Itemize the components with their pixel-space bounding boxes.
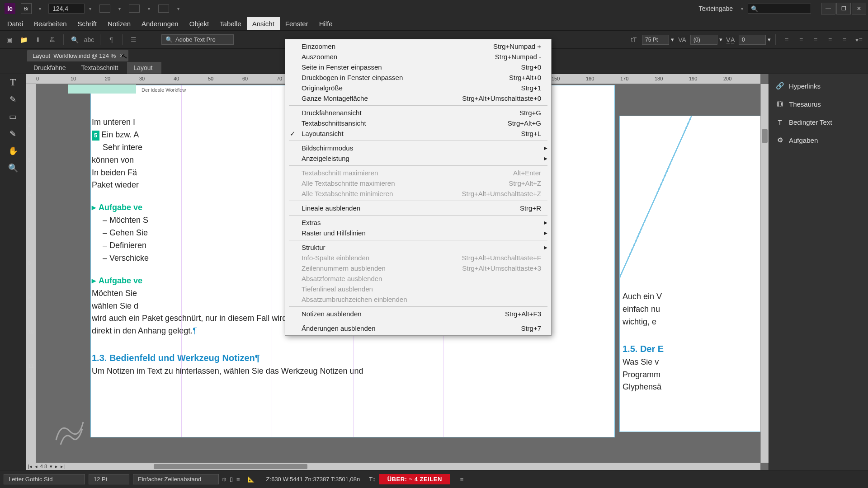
- chevron-down-icon[interactable]: ▾: [768, 36, 771, 43]
- menu-icon[interactable]: ≡: [460, 476, 464, 483]
- view-preset-icon-1[interactable]: [99, 5, 110, 13]
- menu-datei[interactable]: Datei: [2, 17, 28, 30]
- hand-tool-icon[interactable]: ✋: [7, 145, 19, 157]
- justify-all-icon[interactable]: ≡: [838, 33, 851, 46]
- menu-item-lineale-ausblenden[interactable]: Lineale ausblendenStrg+R: [285, 203, 551, 213]
- menu-item-druckbogen-in-fenster-einpassen[interactable]: Druckbogen in Fenster einpassenStrg+Alt+…: [285, 72, 551, 83]
- panel-thesaurus[interactable]: ⟪⟫Thesaurus: [769, 95, 868, 113]
- workspace-label[interactable]: Texteingabe: [698, 5, 733, 12]
- panel-hyperlinks[interactable]: 🔗Hyperlinks: [769, 77, 868, 95]
- view-preset-icon-3[interactable]: [158, 5, 169, 13]
- view-tab-druckfahne[interactable]: Druckfahne: [27, 62, 75, 74]
- chevron-down-icon[interactable]: ▾: [719, 36, 722, 43]
- hamburger-icon[interactable]: ☰: [127, 33, 140, 46]
- chevron-down-icon[interactable]: ▾: [118, 6, 121, 11]
- save-icon[interactable]: ⬇: [32, 33, 44, 46]
- scrollbar-thumb[interactable]: [154, 464, 307, 469]
- menu-item-bildschirmmodus[interactable]: Bildschirmmodus▶: [285, 143, 551, 153]
- zoom-tool-icon[interactable]: 🔍: [7, 162, 19, 174]
- status-font-field[interactable]: Letter Gothic Std: [4, 474, 85, 484]
- scrollbar-thumb[interactable]: [762, 129, 768, 143]
- maximize-button[interactable]: ❐: [836, 3, 851, 14]
- panel-aufgaben[interactable]: ⚙Aufgaben: [769, 131, 868, 149]
- menu-schrift[interactable]: Schrift: [72, 17, 103, 30]
- font-family-field[interactable]: 🔍Adobe Text Pro: [161, 34, 234, 45]
- chevron-down-icon[interactable]: ▾: [177, 6, 179, 11]
- search-input[interactable]: 🔍: [748, 4, 811, 14]
- horizontal-scrollbar[interactable]: [36, 463, 760, 470]
- bridge-icon[interactable]: Br: [21, 3, 32, 14]
- menu-item-ganze-montagefl-che[interactable]: Ganze MontageflächeStrg+Alt+Umschalttast…: [285, 93, 551, 103]
- find-icon[interactable]: 🔍: [68, 33, 81, 46]
- kerning-field[interactable]: (0): [690, 35, 717, 45]
- menu-item--nderungen-ausblenden[interactable]: Änderungen ausblendenStrg+7: [285, 323, 551, 333]
- menu-item-extras[interactable]: Extras▶: [285, 217, 551, 228]
- menu-item-textabschnittsansicht[interactable]: TextabschnittsansichtStrg+Alt+G: [285, 118, 551, 128]
- document-tab[interactable]: Layout_Workflow.indd @ 124 % ×: [27, 50, 128, 61]
- position-tool-icon[interactable]: ▭: [7, 110, 19, 123]
- view-tab-textabschnitt[interactable]: Textabschnitt: [75, 62, 127, 74]
- menu-notizen[interactable]: Notizen: [102, 17, 136, 30]
- chevron-down-icon[interactable]: ▾: [148, 6, 150, 11]
- view-tab-layout[interactable]: Layout: [127, 62, 161, 74]
- status-leading-field[interactable]: Einfacher Zeilenabstand: [133, 474, 219, 484]
- last-page-icon[interactable]: ▸|: [61, 464, 65, 469]
- overset-warning[interactable]: ÜBER: ~ 4 ZEILEN: [379, 474, 450, 484]
- font-size-field[interactable]: 75 Pt: [642, 35, 669, 45]
- note-tool-icon[interactable]: ✎: [7, 93, 19, 106]
- view-preset-icon-2[interactable]: [129, 5, 140, 13]
- next-page-icon[interactable]: ▸: [55, 464, 58, 469]
- zoom-level-input[interactable]: [48, 4, 85, 14]
- align-icon[interactable]: ≡: [236, 476, 240, 483]
- vertical-scrollbar[interactable]: [760, 84, 769, 463]
- zoom-dropdown-icon[interactable]: ▾: [89, 6, 91, 11]
- status-size-field[interactable]: 12 Pt: [89, 474, 129, 484]
- chevron-down-icon[interactable]: ▾: [671, 36, 674, 43]
- panel-bedingter-text[interactable]: TBedingter Text: [769, 113, 868, 131]
- open-icon[interactable]: 📁: [17, 33, 30, 46]
- menu-ansicht[interactable]: Ansicht: [247, 17, 280, 30]
- menu-hilfe[interactable]: Hilfe: [314, 17, 338, 30]
- menu-fenster[interactable]: Fenster: [280, 17, 314, 30]
- prev-page-icon[interactable]: ◂: [35, 464, 38, 469]
- eyedropper-tool-icon[interactable]: ✎: [7, 127, 19, 140]
- column-icon[interactable]: ⎅: [222, 476, 226, 483]
- print-icon[interactable]: 🖶: [46, 33, 59, 46]
- menu-bearbeiten[interactable]: Bearbeiten: [28, 17, 72, 30]
- tracking-field[interactable]: 0: [739, 35, 766, 45]
- menu-item-originalgr-e[interactable]: OriginalgrößeStrg+1: [285, 83, 551, 93]
- menu-item-raster-und-hilfslinien[interactable]: Raster und Hilfslinien▶: [285, 228, 551, 238]
- align-center-icon[interactable]: ≡: [795, 33, 807, 46]
- align-left-icon[interactable]: ≡: [780, 33, 793, 46]
- ruler-icon[interactable]: 📐: [247, 476, 255, 483]
- menu-item-struktur[interactable]: Struktur▶: [285, 242, 551, 253]
- text-frame-right[interactable]: Auch ein V einfach nu wichtig, e 1.5. De…: [619, 116, 760, 432]
- chevron-down-icon[interactable]: ▾: [39, 6, 41, 11]
- first-page-icon[interactable]: |◂: [28, 464, 32, 469]
- menu-item-auszoomen[interactable]: AuszoomenStrg+Numpad -: [285, 52, 551, 62]
- menu-item-seite-in-fenster-einpassen[interactable]: Seite in Fenster einpassenStrg+0: [285, 62, 551, 72]
- workspace-dropdown-icon[interactable]: ▾: [741, 6, 743, 11]
- new-icon[interactable]: ▣: [3, 33, 15, 46]
- menu-objekt[interactable]: Objekt: [184, 17, 214, 30]
- menu-item-anzeigeleistung[interactable]: Anzeigeleistung▶: [285, 153, 551, 164]
- spellcheck-icon[interactable]: abc: [83, 33, 95, 46]
- menu-tabelle[interactable]: Tabelle: [214, 17, 247, 30]
- minimize-button[interactable]: —: [821, 3, 835, 14]
- align-right-icon[interactable]: ≡: [809, 33, 822, 46]
- single-col-icon[interactable]: ▯: [230, 476, 233, 483]
- page-navigator[interactable]: |◂ ◂ 4 8 ▾ ▸ ▸|: [26, 463, 66, 470]
- menu-änderungen[interactable]: Änderungen: [136, 17, 184, 30]
- page-number[interactable]: 4 8: [40, 464, 47, 469]
- pilcrow-icon[interactable]: ¶: [105, 33, 118, 46]
- menu-item-notizen-ausblenden[interactable]: Notizen ausblendenStrg+Alt+F3: [285, 309, 551, 319]
- page-dropdown-icon[interactable]: ▾: [50, 464, 52, 469]
- menu-item-layoutansicht[interactable]: ✓LayoutansichtStrg+L: [285, 128, 551, 139]
- panel-menu-icon[interactable]: ▾≡: [853, 33, 865, 46]
- menu-item-einzoomen[interactable]: EinzoomenStrg+Numpad +: [285, 41, 551, 52]
- justify-icon[interactable]: ≡: [824, 33, 836, 46]
- type-tool-icon[interactable]: T: [7, 76, 19, 89]
- menu-item-druckfahnenansicht[interactable]: DruckfahnenansichtStrg+G: [285, 108, 551, 118]
- close-button[interactable]: ✕: [852, 3, 866, 14]
- text-stats-icon[interactable]: T↕: [369, 476, 375, 483]
